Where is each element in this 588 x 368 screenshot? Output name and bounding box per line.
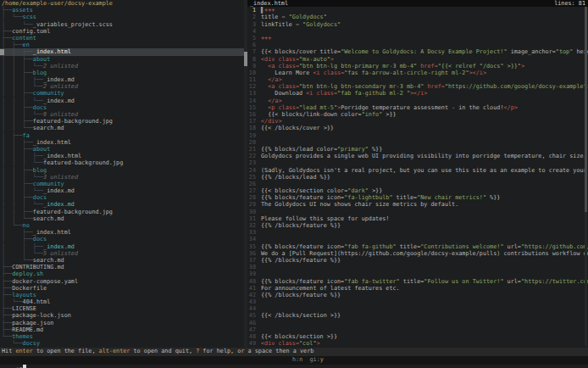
tree-row-fa[interactable]: │ ├──fa <box>0 132 244 139</box>
line-number: 1 <box>247 7 256 14</box>
unlisted-count: 5 unlisted <box>43 250 78 257</box>
tree-branch-lines: │ │ ├── <box>2 139 33 146</box>
entry-name: /home/example-user/docsy-example <box>2 0 113 7</box>
entry-name: docker-compose.yaml <box>12 278 78 285</box>
command-input-bar[interactable]: :e h:n gi:y <box>0 356 588 365</box>
tree-row-search.md[interactable]: │ │ └──search.md <box>0 215 244 222</box>
text-segment: url= <box>503 278 520 285</box>
text-segment: "primary" <box>337 146 369 153</box>
code-line: 19 <box>247 132 588 139</box>
tree-row-deploy.sh[interactable]: ├──deploy.sh <box>0 270 244 277</box>
text-segment: "Follow us on Twitter!" <box>424 278 503 285</box>
text-segment: "info" <box>362 111 383 118</box>
unlisted-count: 2 unlisted <box>43 63 78 70</box>
tree-row-Dockerfile[interactable]: ├──Dockerfile <box>0 285 244 292</box>
line-number: 32 <box>247 222 256 229</box>
text-segment: y <box>320 356 324 363</box>
line-number: 7 <box>247 48 256 55</box>
tree-row-5-unlisted[interactable]: │ │ └──5 unlisted <box>0 250 244 257</box>
tree-row-docker-compose.yaml[interactable]: ├──docker-compose.yaml <box>0 278 244 285</box>
text-segment: We do a [Pull Request](https://github.co… <box>261 250 588 257</box>
line-number: 28 <box>247 194 256 201</box>
text-segment: "btn btn-lg btn-primary mr-3 mb-4" <box>299 63 417 70</box>
tree-row-featured-background.jpg[interactable]: │ │ │ └──featured-background.jpg <box>0 159 244 166</box>
tree-row-blog[interactable]: │ │ ├──blog <box>0 167 244 174</box>
text-segment: > <box>330 56 334 63</box>
tree-row-search.md[interactable]: │ │ └──search.md <box>0 125 244 131</box>
entry-name: _index.md <box>43 76 75 83</box>
tree-branch-lines: │ │ │ └── <box>2 111 43 118</box>
code-line: 41For announcement of latest features et… <box>247 285 588 292</box>
line-number: 48 <box>247 333 256 340</box>
line-number: 44 <box>247 305 256 312</box>
tree-root-path[interactable]: /home/example-user/docsy-example <box>0 0 244 7</box>
tree-branch-lines: ├── <box>2 312 12 319</box>
tree-row-3-unlisted[interactable]: │ │ │ └──3 unlisted <box>0 174 244 181</box>
tree-row-featured-background.jpg[interactable]: │ │ ├──featured-background.jpg <box>0 209 244 215</box>
tree-row--index.md[interactable]: │ │ ├──_index.md <box>0 243 244 250</box>
code-line: 40{{% blocks/feature icon="fab fa-twitte… <box>247 278 588 285</box>
entry-name: _index.md <box>43 187 75 194</box>
tree-row-community[interactable]: │ │ ├──community <box>0 181 244 187</box>
text-segment: {{% /blocks/lead %}} <box>261 174 330 181</box>
tree-row-docs[interactable]: │ ├──docs <box>0 236 244 243</box>
tree-row--variables-project.scss[interactable]: │ └──_variables_project.scss <box>0 21 244 28</box>
text-segment: "Goldydocs" <box>302 21 341 28</box>
tree-row-package.json[interactable]: ├──package.json <box>0 320 244 326</box>
text-segment: to open the file, <box>33 348 99 354</box>
tree-row-404.html[interactable]: │ └──404.html <box>0 298 244 305</box>
command-input-text[interactable]: :e <box>15 365 22 368</box>
tree-row-blog[interactable]: │ │ ├──blog <box>0 70 244 76</box>
tree-row-9-unlisted[interactable]: │ │ │ └──9 unlisted <box>0 111 244 118</box>
preview-scrollbar-thumb[interactable] <box>585 7 587 212</box>
code-line: 10 Learn More <i class="fas fa-arrow-alt… <box>247 70 588 76</box>
text-segment: "https://github.com/google/docsy-example… <box>445 83 587 90</box>
tree-row-docs[interactable]: │ │ ├──docs <box>0 104 244 111</box>
tree-branch-lines: │ │ └── <box>2 215 33 222</box>
tree-row-README.md[interactable]: ├──README.md <box>0 326 244 333</box>
tree-row-scss[interactable]: │ └──scss <box>0 14 244 20</box>
tree-row--index.html[interactable]: │ │ ├──_index.html <box>0 48 244 55</box>
text-segment: href= <box>417 63 438 70</box>
text-segment: <p class= <box>268 104 299 111</box>
entry-name: blog <box>33 70 47 76</box>
line-number: 13 <box>247 90 256 97</box>
tree-row-config.toml[interactable]: ├──config.toml <box>0 28 244 35</box>
text-segment: +++ <box>261 35 271 42</box>
tree-row--index.html[interactable]: │ │ ├──_index.html <box>0 139 244 146</box>
entry-name: package.json <box>12 320 53 326</box>
tree-row-assets[interactable]: ├──assets <box>0 7 244 14</box>
text-segment: >}} <box>369 187 382 194</box>
tree-branch-lines: ├── <box>2 35 12 42</box>
tree-row-docsy[interactable]: └──docsy <box>0 340 244 347</box>
tree-row-themes[interactable]: └──themes <box>0 333 244 340</box>
tree-row--index.md[interactable]: │ │ │ └──_index.md <box>0 98 244 104</box>
code-line: 43 <box>247 298 588 305</box>
line-number: 27 <box>247 187 256 194</box>
text-segment: >}} <box>382 111 396 118</box>
tree-row-about[interactable]: │ │ ├──about <box>0 56 244 63</box>
tree-row-2-unlisted[interactable]: │ │ │ └──2 unlisted <box>0 63 244 70</box>
text-segment: <a class= <box>268 83 299 90</box>
tree-row-layouts[interactable]: ├──layouts <box>0 292 244 298</box>
tree-branch-lines: └── <box>2 333 12 340</box>
text-segment: ></i> <box>469 70 486 76</box>
tree-row-package-lock.json[interactable]: ├──package-lock.json <box>0 312 244 319</box>
tree-branch-lines: │ │ ├── <box>2 146 33 153</box>
tree-row-no[interactable]: │ └──no <box>0 222 244 229</box>
line-number: 46 <box>247 320 256 326</box>
tree-row-about[interactable]: │ │ ├──about <box>0 146 244 153</box>
tree-row-search.md[interactable]: │ └──search.md <box>0 257 244 264</box>
line-number: 11 <box>247 76 256 83</box>
tree-row--index.md[interactable]: │ │ │ └──_index.md <box>0 201 244 208</box>
tree-row-community[interactable]: │ │ ├──community <box>0 90 244 97</box>
code-line: 1▌+++ <box>247 7 588 14</box>
line-number: 17 <box>247 118 256 125</box>
preview-scrollbar[interactable] <box>585 7 587 346</box>
entry-name: search.md <box>33 215 64 222</box>
text-segment: {{% blocks/feature icon= <box>261 243 344 250</box>
tree-branch-lines: │ │ │ └── <box>2 174 43 181</box>
tree-row-content[interactable]: ├──content <box>0 35 244 42</box>
text-segment: (Sadly, Goldydocs isn't a real project, … <box>261 167 588 174</box>
text-segment: <div class= <box>261 340 299 347</box>
